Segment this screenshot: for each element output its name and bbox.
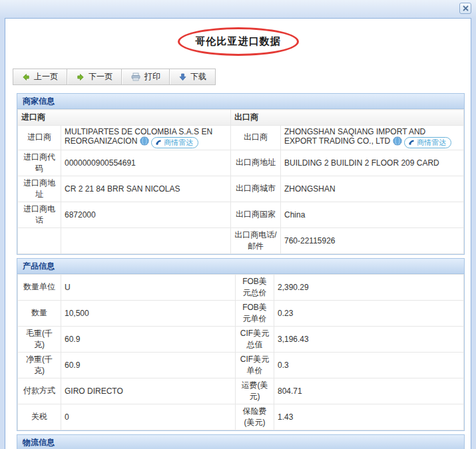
logistics-section-header: 物流信息 xyxy=(17,435,464,449)
field-label: 付款方式 xyxy=(18,378,61,404)
field-label: 运费(美元) xyxy=(236,378,274,404)
table-row: 关税0保险费(美元)1.43 xyxy=(18,404,464,430)
page-title: 哥伦比亚进口数据 xyxy=(196,35,281,47)
field-value: 10,500 xyxy=(61,300,236,326)
highlight-ellipse: 哥伦比亚进口数据 xyxy=(178,27,299,56)
prev-page-label: 上一页 xyxy=(34,71,58,82)
field-value: China xyxy=(281,202,464,227)
field-value: 0.3 xyxy=(274,352,464,378)
merchant-section-header: 商家信息 xyxy=(17,94,464,109)
exporter-column-header: 出口商 xyxy=(231,110,464,126)
field-label: 数量 xyxy=(18,300,61,326)
field-value: 0.23 xyxy=(274,300,464,326)
field-label: 进口商代码 xyxy=(18,150,61,176)
field-label: 进口商电话 xyxy=(18,202,61,227)
print-icon xyxy=(131,73,140,81)
field-value: 60.9 xyxy=(61,326,236,352)
field-label: CIF美元总值 xyxy=(236,326,274,352)
product-table: 数量单位UFOB美元总价2,390.29数量10,500FOB美元单价0.23毛… xyxy=(17,274,464,430)
title-row: 哥伦比亚进口数据 xyxy=(5,27,471,62)
field-label: CIF美元单价 xyxy=(236,352,274,378)
field-value: 1.43 xyxy=(274,404,464,430)
close-icon xyxy=(463,5,469,11)
field-label: 数量单位 xyxy=(18,274,61,300)
logistics-info-section: 物流信息 关单号32020001495631进口日期2020-12-30HS编码… xyxy=(17,434,465,449)
importer-name-cell: MULTIPARTES DE COLOMBIA S.A.S EN REORGAN… xyxy=(61,126,231,150)
field-value: 3,196.43 xyxy=(274,326,464,352)
merchant-table: 进口商 出口商 进口商 MULTIPARTES DE COLOMBIA S.A.… xyxy=(17,109,464,254)
table-row: 进口商代码0000000900554691出口商地址BUILDING 2 BUI… xyxy=(18,150,464,176)
prev-page-button[interactable]: 上一页 xyxy=(13,69,67,84)
field-label: 关税 xyxy=(18,404,61,430)
field-label: 出口商城市 xyxy=(231,176,281,202)
table-row: 进口商地址CR 2 21 84 BRR SAN NICOLAS出口商城市ZHON… xyxy=(18,176,464,202)
table-row: 进口商 MULTIPARTES DE COLOMBIA S.A.S EN REO… xyxy=(18,126,464,150)
toolbar: 上一页 下一页 打印 xyxy=(13,69,216,85)
field-label: 毛重(千克) xyxy=(18,326,61,352)
exporter-name-cell: ZHONGSHAN SAQIANG IMPORT AND EXPORT TRAD… xyxy=(281,126,464,150)
table-row: 数量单位UFOB美元总价2,390.29 xyxy=(18,274,464,300)
field-value xyxy=(61,227,231,253)
field-label: 出口商电话/邮件 xyxy=(231,227,281,253)
download-arrow-icon xyxy=(179,73,186,81)
print-button[interactable]: 打印 xyxy=(122,69,169,84)
radar-badge[interactable]: 商情雷达 xyxy=(404,137,451,148)
field-value: ZHONGSHAN xyxy=(281,176,464,202)
merchant-info-section: 商家信息 进口商 出口商 进口商 MULTIPARTES DE COLOMBIA… xyxy=(17,93,465,255)
product-info-section: 产品信息 数量单位UFOB美元总价2,390.29数量10,500FOB美元单价… xyxy=(17,258,465,431)
download-button[interactable]: 下载 xyxy=(170,69,215,84)
radar-badge-label: 商情雷达 xyxy=(417,138,446,148)
field-value: CR 2 21 84 BRR SAN NICOLAS xyxy=(61,176,231,202)
table-row: 数量10,500FOB美元单价0.23 xyxy=(18,300,464,326)
radar-icon xyxy=(155,139,162,146)
table-row: 净重(千克)60.9CIF美元单价0.3 xyxy=(18,352,464,378)
field-label: 出口商国家 xyxy=(231,202,281,227)
table-row: 出口商电话/邮件760-22115926 xyxy=(18,227,464,253)
table-row: 进口商电话6872000出口商国家China xyxy=(18,202,464,227)
prev-arrow-icon xyxy=(22,73,30,81)
table-row: 毛重(千克)60.9CIF美元总值3,196.43 xyxy=(18,326,464,352)
product-section-header: 产品信息 xyxy=(17,259,464,274)
field-value: 760-22115926 xyxy=(281,227,464,253)
field-label: 进口商地址 xyxy=(18,176,61,202)
radar-badge[interactable]: 商情雷达 xyxy=(151,137,198,148)
field-label: FOB美元单价 xyxy=(236,300,274,326)
field-label: 进口商 xyxy=(18,126,61,150)
field-label: 出口商 xyxy=(231,126,281,150)
close-button[interactable] xyxy=(459,3,471,14)
field-value: 2,390.29 xyxy=(274,274,464,300)
table-row: 付款方式GIRO DIRECTO运费(美元)804.71 xyxy=(18,378,464,404)
field-value: 804.71 xyxy=(274,378,464,404)
field-label: 净重(千克) xyxy=(18,352,61,378)
field-value: 0000000900554691 xyxy=(61,150,231,176)
field-label: FOB美元总价 xyxy=(236,274,274,300)
globe-icon[interactable] xyxy=(393,136,402,146)
next-arrow-icon xyxy=(77,73,85,81)
table-subheader-row: 进口商 出口商 xyxy=(18,110,464,126)
importer-column-header: 进口商 xyxy=(18,110,231,126)
next-page-button[interactable]: 下一页 xyxy=(68,69,121,84)
radar-badge-label: 商情雷达 xyxy=(164,138,193,148)
dialog-panel: 哥伦比亚进口数据 上一页 下一页 xyxy=(5,18,471,449)
field-value: BUILDING 2 BUILDIN 2 FLOOR 209 CARD xyxy=(281,150,464,176)
globe-icon[interactable] xyxy=(140,136,149,146)
window-titlebar xyxy=(0,0,476,18)
field-label: 出口商地址 xyxy=(231,150,281,176)
field-value: 6872000 xyxy=(61,202,231,227)
print-label: 打印 xyxy=(144,71,160,82)
field-value: 60.9 xyxy=(61,352,236,378)
field-value: U xyxy=(61,274,236,300)
field-label xyxy=(18,227,61,253)
download-label: 下载 xyxy=(190,71,206,82)
field-value: 0 xyxy=(61,404,236,430)
field-label: 保险费(美元) xyxy=(236,404,274,430)
radar-icon xyxy=(408,139,415,146)
next-page-label: 下一页 xyxy=(89,71,113,82)
field-value: GIRO DIRECTO xyxy=(61,378,236,404)
